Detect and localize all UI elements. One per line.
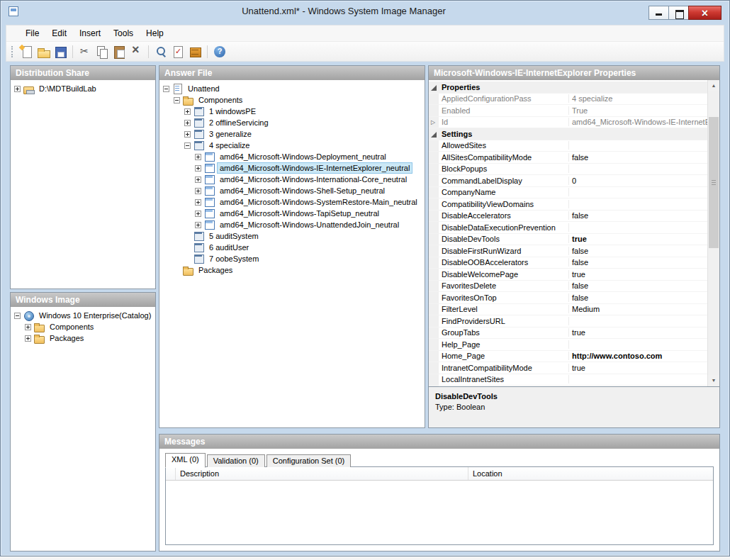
property-value[interactable]: amd64_Microsoft-Windows-IE-InternetEx xyxy=(569,118,707,126)
tree-item[interactable]: amd64_Microsoft-Windows-Deployment_neutr… xyxy=(159,151,425,162)
tree-item[interactable]: amd64_Microsoft-Windows-IE-InternetExplo… xyxy=(159,162,425,174)
property-row[interactable]: AllowedSites xyxy=(429,140,707,152)
tree-item[interactable]: Packages xyxy=(159,264,425,276)
messages-list-body[interactable] xyxy=(166,481,713,544)
property-value[interactable]: false xyxy=(569,281,707,290)
property-value[interactable]: true xyxy=(569,364,707,372)
property-value[interactable]: true xyxy=(569,328,707,337)
tree-item[interactable]: Components xyxy=(11,321,155,332)
tree-item[interactable]: 4 specialize xyxy=(159,140,425,151)
tree-item[interactable]: Packages xyxy=(11,332,155,344)
copy-icon[interactable] xyxy=(94,44,110,60)
property-value[interactable]: false xyxy=(569,153,707,162)
expand-toggle-icon[interactable] xyxy=(25,335,31,342)
help-icon[interactable] xyxy=(212,44,228,60)
property-row[interactable]: FilterLevelMedium xyxy=(429,304,707,316)
property-row[interactable]: DisableFirstRunWizardfalse xyxy=(429,245,707,257)
scroll-down-icon[interactable] xyxy=(708,375,719,386)
property-category[interactable]: Settings xyxy=(429,128,707,140)
property-row[interactable]: Home_Pagehttp://www.contoso.com xyxy=(429,351,707,363)
tree-item[interactable]: 7 oobeSystem xyxy=(159,253,425,264)
property-value[interactable]: http://www.contoso.com xyxy=(569,352,707,360)
tree-item[interactable]: Components xyxy=(159,94,425,106)
description-column-header[interactable]: Description xyxy=(176,467,468,480)
find-icon[interactable] xyxy=(153,44,169,60)
expand-toggle-icon[interactable] xyxy=(195,165,201,172)
expand-toggle-icon[interactable] xyxy=(195,222,201,228)
expand-toggle-icon[interactable] xyxy=(195,188,201,194)
tree-item[interactable]: D:\MDTBuildLab xyxy=(11,83,155,94)
expand-toggle-icon[interactable] xyxy=(195,199,201,206)
property-row[interactable]: AllSitesCompatibilityModefalse xyxy=(429,152,707,164)
tree-item[interactable]: amd64_Microsoft-Windows-TapiSetup_neutra… xyxy=(159,208,425,219)
tree-item[interactable]: amd64_Microsoft-Windows-SystemRestore-Ma… xyxy=(159,196,425,208)
property-row[interactable]: DisableDevToolstrue xyxy=(429,234,707,246)
maximize-button[interactable] xyxy=(668,6,689,20)
menu-item-tools[interactable]: Tools xyxy=(107,26,140,40)
expand-toggle-icon[interactable] xyxy=(195,154,201,160)
property-value[interactable]: True xyxy=(569,106,707,115)
location-column-header[interactable]: Location xyxy=(468,467,713,480)
property-value[interactable]: true xyxy=(569,270,707,279)
property-value[interactable]: Medium xyxy=(569,305,707,313)
new-answer-file-icon[interactable] xyxy=(18,44,34,60)
tree-item[interactable]: amd64_Microsoft-Windows-UnattendedJoin_n… xyxy=(159,219,425,230)
property-value[interactable]: false xyxy=(569,293,707,302)
paste-icon[interactable] xyxy=(111,44,127,60)
minimize-button[interactable] xyxy=(648,6,669,20)
expand-toggle-icon[interactable] xyxy=(184,142,191,149)
tree-item[interactable]: 1 windowsPE xyxy=(159,106,425,117)
expand-toggle-icon[interactable] xyxy=(174,97,180,103)
expand-toggle-icon[interactable] xyxy=(195,211,201,217)
property-row[interactable]: DisableDataExecutionPrevention xyxy=(429,222,707,234)
close-button[interactable] xyxy=(688,6,721,20)
titlebar[interactable]: Unattend.xml* - Windows System Image Man… xyxy=(1,1,729,25)
tree-item[interactable]: Windows 10 Enterprise(Catalog) xyxy=(11,310,155,321)
open-icon[interactable] xyxy=(35,44,51,60)
property-row[interactable]: FavoritesDeletefalse xyxy=(429,281,707,293)
messages-list[interactable]: Description Location xyxy=(165,466,714,545)
property-value[interactable]: true xyxy=(569,235,707,243)
scroll-up-icon[interactable] xyxy=(708,80,719,91)
menu-item-file[interactable]: File xyxy=(19,26,45,40)
messages-tab[interactable]: Validation (0) xyxy=(207,454,265,467)
property-row[interactable]: IntranetCompatibilityModetrue xyxy=(429,362,707,374)
tree-item[interactable]: 5 auditSystem xyxy=(159,230,425,242)
expand-toggle-icon[interactable] xyxy=(163,86,169,92)
property-value[interactable]: false xyxy=(569,258,707,267)
save-icon[interactable] xyxy=(52,44,68,60)
property-category[interactable]: Properties xyxy=(429,82,707,94)
properties-scrollbar[interactable] xyxy=(707,80,719,386)
scroll-thumb[interactable] xyxy=(709,117,719,248)
property-row[interactable]: BlockPopups xyxy=(429,164,707,176)
menu-item-insert[interactable]: Insert xyxy=(73,26,107,40)
tree-item[interactable]: amd64_Microsoft-Windows-International-Co… xyxy=(159,174,425,185)
expand-toggle-icon[interactable] xyxy=(184,131,191,138)
property-row[interactable]: GroupTabstrue xyxy=(429,327,707,340)
property-row[interactable]: DisableAcceleratorsfalse xyxy=(429,211,707,223)
tree-item[interactable]: Unattend xyxy=(159,83,425,94)
category-expanded-icon[interactable] xyxy=(429,82,439,93)
property-row[interactable]: Idamd64_Microsoft-Windows-IE-InternetEx xyxy=(429,117,707,129)
tree-item[interactable]: 2 offlineServicing xyxy=(159,117,425,128)
menu-item-edit[interactable]: Edit xyxy=(45,26,73,40)
icon-column-header[interactable] xyxy=(166,467,176,480)
tree-item[interactable]: amd64_Microsoft-Windows-Shell-Setup_neut… xyxy=(159,185,425,196)
cut-icon[interactable] xyxy=(77,44,93,60)
tree-item[interactable]: 6 auditUser xyxy=(159,242,425,253)
property-value[interactable]: false xyxy=(569,211,707,220)
property-row[interactable]: EnabledTrue xyxy=(429,105,707,117)
create-configuration-set-icon[interactable] xyxy=(187,44,203,60)
property-row[interactable]: CommandLabelDisplay0 xyxy=(429,175,707,187)
property-row[interactable]: CompanyName xyxy=(429,187,707,199)
property-row[interactable]: AppliedConfigurationPass4 specialize xyxy=(429,94,707,106)
expand-toggle-icon[interactable] xyxy=(14,313,21,319)
property-row[interactable]: CompatibilityViewDomains xyxy=(429,198,707,211)
expand-toggle-icon[interactable] xyxy=(14,86,21,92)
property-row[interactable]: Help_Page xyxy=(429,339,707,351)
messages-tab[interactable]: XML (0) xyxy=(165,453,206,468)
tree-item[interactable]: 3 generalize xyxy=(159,128,425,140)
validate-answer-file-icon[interactable] xyxy=(170,44,186,60)
menu-item-help[interactable]: Help xyxy=(140,26,170,40)
expand-toggle-icon[interactable] xyxy=(195,177,201,183)
